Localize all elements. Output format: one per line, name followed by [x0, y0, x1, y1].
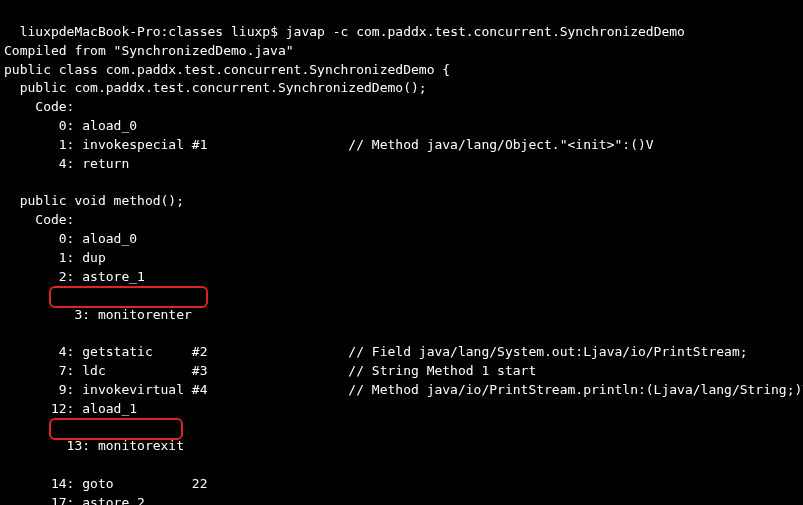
- class-declaration: public class com.paddx.test.concurrent.S…: [4, 61, 799, 80]
- bytecode-text: 3: monitorenter: [20, 307, 192, 322]
- constructor-signature: public com.paddx.test.concurrent.Synchro…: [4, 79, 799, 98]
- command-text: javap -c com.paddx.test.concurrent.Synch…: [286, 24, 685, 39]
- method-signature: public void method();: [4, 192, 799, 211]
- highlight-monitorenter: [49, 286, 208, 308]
- compiled-from-line: Compiled from "SynchronizedDemo.java": [4, 42, 799, 61]
- bytecode-line-monitorexit: 13: monitorexit: [4, 419, 799, 476]
- prompt-dollar: $: [270, 24, 278, 39]
- bytecode-line: 0: aload_0: [4, 230, 799, 249]
- bytecode-line: 9: invokevirtual #4 // Method java/io/Pr…: [4, 381, 799, 400]
- blank-line: [4, 174, 799, 193]
- terminal-prompt-line: liuxpdeMacBook-Pro:classes liuxp$ javap …: [4, 4, 799, 42]
- bytecode-line: 12: aload_1: [4, 400, 799, 419]
- bytecode-line: 7: ldc #3 // String Method 1 start: [4, 362, 799, 381]
- highlight-monitorexit: [49, 418, 183, 440]
- bytecode-line: 4: getstatic #2 // Field java/lang/Syste…: [4, 343, 799, 362]
- bytecode-line: 17: astore_2: [4, 494, 799, 505]
- bytecode-line-monitorenter: 3: monitorenter: [4, 287, 799, 344]
- bytecode-line: 14: goto 22: [4, 475, 799, 494]
- bytecode-text: 13: monitorexit: [20, 438, 184, 453]
- code-label: Code:: [4, 98, 799, 117]
- prompt-host-path: liuxpdeMacBook-Pro:classes: [20, 24, 224, 39]
- bytecode-line: 4: return: [4, 155, 799, 174]
- bytecode-line: 1: invokespecial #1 // Method java/lang/…: [4, 136, 799, 155]
- bytecode-line: 0: aload_0: [4, 117, 799, 136]
- code-label: Code:: [4, 211, 799, 230]
- prompt-user: liuxp: [231, 24, 270, 39]
- bytecode-line: 1: dup: [4, 249, 799, 268]
- bytecode-line: 2: astore_1: [4, 268, 799, 287]
